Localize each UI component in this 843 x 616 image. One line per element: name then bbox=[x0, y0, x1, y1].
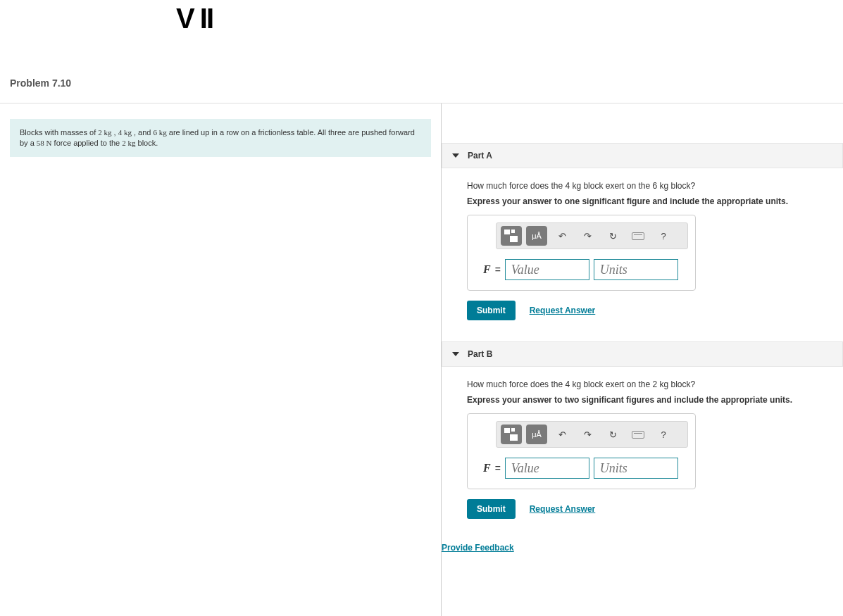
left-column: Blocks with masses of 2 kg , 4 kg , and … bbox=[0, 103, 442, 616]
keyboard-icon[interactable] bbox=[627, 425, 649, 444]
equation-toolbar: μÅ ↶ ↷ ↻ ? bbox=[496, 421, 688, 448]
text: Blocks with masses of bbox=[20, 128, 98, 137]
special-chars-button[interactable]: μÅ bbox=[526, 226, 547, 246]
text: 4 kg bbox=[565, 181, 581, 191]
equals-sign: = bbox=[495, 264, 501, 275]
text: block exert on the bbox=[581, 379, 652, 389]
text: How much force does the bbox=[467, 181, 565, 191]
submit-button[interactable]: Submit bbox=[467, 499, 516, 519]
redo-icon[interactable]: ↷ bbox=[577, 425, 598, 444]
caret-down-icon bbox=[452, 352, 459, 356]
part-b-question: How much force does the 4 kg block exert… bbox=[467, 379, 843, 389]
equals-sign: = bbox=[495, 463, 501, 474]
part-a-header[interactable]: Part A bbox=[442, 143, 843, 168]
equation-row: F = bbox=[475, 259, 688, 280]
mass-1: 2 kg bbox=[98, 128, 111, 137]
part-b-header[interactable]: Part B bbox=[442, 341, 843, 367]
text: block. bbox=[136, 139, 158, 147]
part-b-answer-panel: μÅ ↶ ↷ ↻ ? F = bbox=[467, 413, 696, 489]
text: 2 kg bbox=[652, 379, 668, 389]
keyboard-icon[interactable] bbox=[627, 226, 649, 246]
mass-4: 2 kg bbox=[122, 139, 135, 147]
special-chars-button[interactable]: μÅ bbox=[526, 425, 547, 444]
redo-icon[interactable]: ↷ bbox=[577, 226, 598, 246]
part-a-body: How much force does the 4 kg block exert… bbox=[442, 181, 843, 320]
caret-down-icon bbox=[452, 153, 459, 158]
text: , and bbox=[132, 128, 154, 137]
right-column: Part A How much force does the 4 kg bloc… bbox=[442, 103, 843, 616]
units-input[interactable] bbox=[594, 458, 678, 479]
text: 4 kg bbox=[565, 379, 581, 389]
text: How much force does the bbox=[467, 379, 565, 389]
equation-symbol: F bbox=[483, 263, 491, 276]
units-input[interactable] bbox=[594, 259, 678, 280]
part-a-instruction: Express your answer to one significant f… bbox=[467, 196, 843, 206]
part-a-label: Part A bbox=[468, 151, 492, 161]
text: , bbox=[112, 128, 118, 137]
mass-2: 4 kg bbox=[118, 128, 132, 137]
force-value: 58 N bbox=[37, 139, 52, 147]
part-b-body: How much force does the 4 kg block exert… bbox=[442, 379, 843, 519]
help-icon[interactable]: ? bbox=[653, 226, 674, 246]
part-a-answer-panel: μÅ ↶ ↷ ↻ ? F = bbox=[467, 215, 696, 291]
equation-symbol: F bbox=[483, 462, 491, 474]
request-answer-link[interactable]: Request Answer bbox=[530, 504, 596, 514]
reset-icon[interactable]: ↻ bbox=[602, 425, 623, 444]
equation-row: F = bbox=[475, 458, 688, 479]
value-input[interactable] bbox=[505, 458, 589, 479]
part-b-label: Part B bbox=[468, 349, 492, 359]
reset-icon[interactable]: ↻ bbox=[602, 226, 623, 246]
equation-toolbar: μÅ ↶ ↷ ↻ ? bbox=[496, 222, 688, 249]
text: force applied to the bbox=[52, 139, 123, 147]
part-b-instruction: Express your answer to two significant f… bbox=[467, 395, 843, 405]
mass-3: 6 kg bbox=[154, 128, 167, 137]
handwritten-annotation: V II bbox=[176, 3, 213, 34]
fraction-icon[interactable] bbox=[501, 425, 522, 444]
text: block exert on the bbox=[581, 181, 652, 191]
fraction-icon[interactable] bbox=[501, 226, 522, 246]
help-icon[interactable]: ? bbox=[653, 425, 674, 444]
request-answer-link[interactable]: Request Answer bbox=[530, 306, 596, 315]
problem-statement: Blocks with masses of 2 kg , 4 kg , and … bbox=[10, 119, 431, 157]
problem-title: Problem 7.10 bbox=[0, 67, 843, 103]
text: 6 kg bbox=[652, 181, 668, 191]
undo-icon[interactable]: ↶ bbox=[551, 425, 573, 444]
text: block? bbox=[668, 181, 695, 191]
value-input[interactable] bbox=[505, 259, 589, 280]
provide-feedback-link[interactable]: Provide Feedback bbox=[442, 543, 514, 553]
text: block? bbox=[668, 379, 695, 389]
undo-icon[interactable]: ↶ bbox=[551, 226, 573, 246]
submit-button[interactable]: Submit bbox=[467, 301, 516, 320]
part-a-question: How much force does the 4 kg block exert… bbox=[467, 181, 843, 191]
